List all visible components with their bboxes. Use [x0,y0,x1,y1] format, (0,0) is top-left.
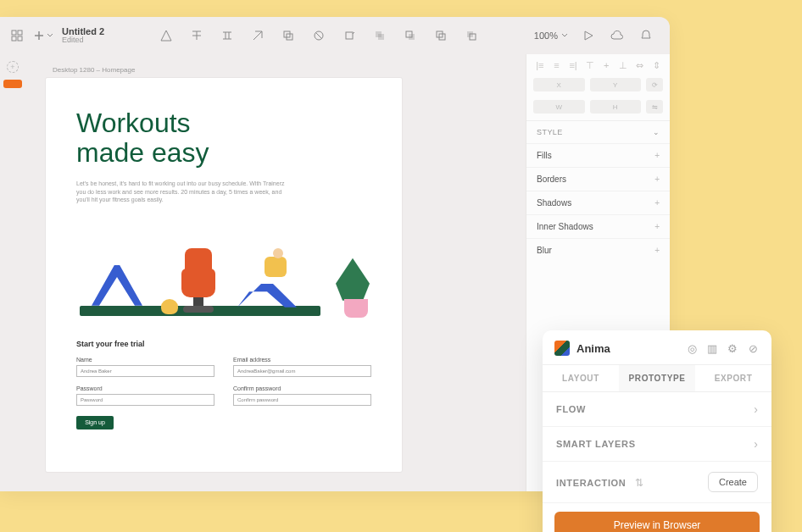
align-center-icon[interactable]: ≡ [550,59,562,71]
align-left-icon[interactable]: |≡ [534,59,546,71]
group-tool-icon[interactable] [280,27,297,44]
difference-tool-icon[interactable] [463,27,480,44]
anima-title: Anima [576,342,678,355]
email-field: Email address AndreaBaker@gmail.com [233,357,371,377]
svg-rect-8 [346,32,353,39]
flow-row[interactable]: FLOW › [543,392,771,427]
crop-tool-icon[interactable] [341,27,358,44]
x-input[interactable]: X [533,78,585,91]
interaction-row: INTERACTION ⇅ Create [543,462,771,503]
h-input[interactable]: H [590,100,642,114]
distribute-h-icon[interactable]: ⇔ [634,59,646,71]
email-label: Email address [233,357,371,363]
fills-row[interactable]: Fills+ [526,143,670,167]
headline: Workouts made easy [76,108,371,168]
subtract-tool-icon[interactable] [402,27,419,44]
artboard-label: Desktop 1280 – Homepage [53,66,505,74]
svg-rect-2 [12,36,16,41]
w-input[interactable]: W [533,100,585,114]
document-title-block[interactable]: Untitled 2 Edited [62,26,104,45]
password-input[interactable]: Password [76,394,214,406]
password-field: Password Password [76,385,214,406]
anima-tabs: LAYOUT PROTOTYPE EXPORT [543,364,771,392]
align-tool-icon[interactable] [188,27,205,44]
add-page-button[interactable] [7,61,19,73]
email-input[interactable]: AndreaBaker@gmail.com [233,365,371,377]
chevron-down-icon [561,32,568,39]
smart-layers-row[interactable]: SMART LAYERS › [543,427,771,462]
svg-marker-17 [585,31,593,40]
tab-prototype[interactable]: PROTOTYPE [619,365,695,391]
zoom-control[interactable]: 100% [534,30,568,41]
signup-button[interactable]: Sign up [76,416,114,429]
style-section-header: STYLE ⌄ [526,120,670,143]
zoom-value: 100% [534,30,558,41]
svg-rect-10 [378,34,384,40]
angle-icon[interactable]: ⟳ [646,78,663,91]
form-title: Start your free trial [76,340,371,348]
chevron-right-icon: › [754,402,758,416]
preview-in-browser-button[interactable]: Preview in Browser [554,512,760,532]
shadows-row[interactable]: Shadows+ [526,191,670,214]
password-label: Password [76,385,214,391]
close-icon[interactable]: ⊘ [746,341,760,355]
document-subtitle: Edited [62,36,104,45]
left-sidebar [0,54,25,491]
gear-icon[interactable]: ⚙ [726,341,739,355]
lock-aspect-icon[interactable]: ⇋ [646,100,663,114]
align-controls: |≡ ≡ ≡| ⊤ + ⊥ ⇔ ⇕ [526,54,670,76]
inner-shadows-row[interactable]: Inner Shadows+ [526,214,670,238]
svg-rect-3 [18,36,22,41]
name-field: Name Andrea Baker [76,357,214,377]
name-input[interactable]: Andrea Baker [76,365,214,377]
create-button[interactable]: Create [708,472,758,492]
top-toolbar: Untitled 2 Edited 100% [0,17,670,54]
hero-illustration [76,219,371,321]
canvas[interactable]: Desktop 1280 – Homepage Workouts made ea… [25,54,526,491]
distribute-tool-icon[interactable] [219,27,236,44]
tab-export[interactable]: EXPORT [695,365,771,391]
cloud-icon[interactable] [609,27,626,44]
svg-rect-1 [18,30,22,35]
confirm-label: Confirm password [233,385,371,391]
anima-plugin-panel: Anima ◎ ▥ ⚙ ⊘ LAYOUT PROTOTYPE EXPORT FL… [543,330,771,532]
union-tool-icon[interactable] [371,27,388,44]
target-icon[interactable]: ◎ [685,341,699,355]
add-button[interactable] [34,30,53,41]
shape-tool-icon[interactable] [158,27,175,44]
plus-icon[interactable]: + [654,151,660,160]
anima-logo-icon [554,341,570,356]
align-bottom-icon[interactable]: ⊥ [617,59,629,71]
intersect-tool-icon[interactable] [432,27,449,44]
chevron-down-icon[interactable]: ⌄ [653,128,660,136]
blur-row[interactable]: Blur+ [526,238,670,262]
vector-tool-icon[interactable] [249,27,266,44]
tab-layout[interactable]: LAYOUT [543,365,619,391]
distribute-v-icon[interactable]: ⇕ [650,59,662,71]
panel-icon[interactable]: ▥ [705,341,719,355]
plus-icon[interactable]: + [654,222,660,231]
svg-rect-12 [409,34,415,40]
subcopy: Let's be honest, it's hard to fit workin… [76,180,288,203]
plus-icon[interactable]: + [654,246,660,255]
grid-icon[interactable] [8,27,25,44]
plus-icon[interactable]: + [654,175,660,184]
play-icon[interactable] [580,27,597,44]
svg-rect-0 [12,30,16,35]
align-top-icon[interactable]: ⊤ [584,59,596,71]
bell-icon[interactable] [638,27,654,44]
mask-tool-icon[interactable] [310,27,327,44]
confirm-password-field: Confirm password Confirm password [233,385,371,406]
artboard[interactable]: Workouts made easy Let's be honest, it's… [46,78,402,472]
align-middle-icon[interactable]: + [600,59,612,71]
borders-row[interactable]: Borders+ [526,167,670,191]
plus-icon[interactable]: + [654,198,660,208]
chevron-right-icon: › [754,437,758,451]
align-right-icon[interactable]: ≡| [567,59,579,71]
name-label: Name [76,357,214,363]
svg-marker-4 [161,30,171,41]
y-input[interactable]: Y [590,78,642,91]
page-thumbnail[interactable] [3,80,22,88]
sort-icon[interactable]: ⇅ [635,477,643,489]
confirm-input[interactable]: Confirm password [233,394,371,406]
